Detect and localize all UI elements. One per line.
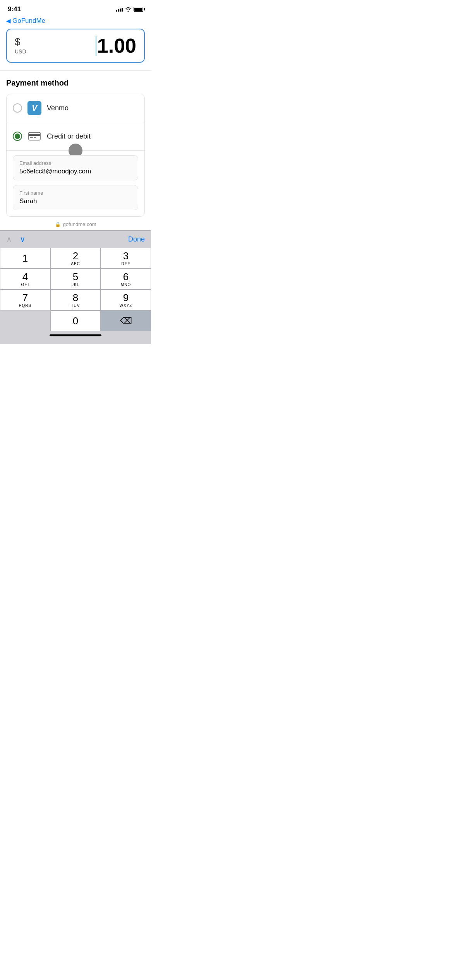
key-9-letters: WXYZ <box>120 303 132 308</box>
amount-value: 1.00 <box>96 36 136 56</box>
venmo-v-icon: V <box>32 104 38 112</box>
key-6-number: 6 <box>123 272 129 282</box>
currency-label: $ USD <box>15 37 26 55</box>
dollar-sign: $ <box>15 37 20 47</box>
venmo-logo-icon: V <box>27 101 41 115</box>
key-empty <box>0 310 50 331</box>
key-6[interactable]: 6 MNO <box>101 269 151 290</box>
key-2-letters: ABC <box>71 262 80 266</box>
nav-arrows: ∧ ∨ <box>6 235 26 244</box>
status-time: 9:41 <box>8 5 21 13</box>
back-link[interactable]: ◀ GoFundMe <box>6 17 145 25</box>
key-0-number: 0 <box>73 316 78 326</box>
divider <box>0 70 151 71</box>
key-3-number: 3 <box>123 251 129 261</box>
key-2-number: 2 <box>73 251 78 261</box>
wifi-icon <box>125 7 131 12</box>
done-button[interactable]: Done <box>128 235 145 243</box>
battery-icon <box>134 7 143 12</box>
home-bar <box>50 334 101 336</box>
venmo-label: Venmo <box>47 104 69 112</box>
key-0[interactable]: 0 <box>50 310 101 331</box>
first-name-field-label: First name <box>19 190 132 196</box>
first-name-field[interactable]: First name Sarah <box>13 185 138 210</box>
back-arrow-icon: ◀ <box>6 17 11 24</box>
credit-debit-option: Credit or debit Email address 5c6efcc8@m… <box>7 122 144 216</box>
key-4-number: 4 <box>22 272 28 282</box>
key-7-letters: PQRS <box>19 303 31 308</box>
lock-icon: 🔒 <box>55 222 61 227</box>
keyboard: 1 2 ABC 3 DEF 4 GHI 5 JKL 6 MNO 7 PQRS 8… <box>0 248 151 331</box>
email-field-value: 5c6efcc8@moodjoy.com <box>19 168 132 175</box>
key-8[interactable]: 8 TUV <box>50 290 101 310</box>
text-cursor <box>96 36 96 56</box>
svg-rect-0 <box>29 132 40 140</box>
signal-bars-icon <box>116 7 123 12</box>
venmo-option[interactable]: V Venmo <box>7 94 144 122</box>
email-field-label: Email address <box>19 160 132 166</box>
svg-rect-3 <box>34 137 36 138</box>
payment-options-card: V Venmo Credit or debit <box>6 94 145 217</box>
keyboard-toolbar: ∧ ∨ Done <box>0 230 151 248</box>
svg-rect-2 <box>30 137 33 138</box>
amount-number: 1.00 <box>97 36 136 56</box>
credit-debit-radio[interactable] <box>13 132 22 141</box>
key-5-number: 5 <box>73 272 78 282</box>
key-6-letters: MNO <box>121 283 131 287</box>
key-7[interactable]: 7 PQRS <box>0 290 50 310</box>
amount-input-field[interactable]: $ USD 1.00 <box>6 29 145 63</box>
status-bar: 9:41 <box>0 0 151 15</box>
credit-card-icon <box>27 129 41 143</box>
payment-method-section: Payment method V Venmo <box>0 79 151 230</box>
key-1[interactable]: 1 <box>0 248 50 269</box>
key-1-number: 1 <box>22 253 28 263</box>
key-8-number: 8 <box>73 293 78 303</box>
delete-key[interactable]: ⌫ <box>101 310 151 331</box>
key-5[interactable]: 5 JKL <box>50 269 101 290</box>
email-field[interactable]: Email address 5c6efcc8@moodjoy.com <box>13 155 138 180</box>
key-2[interactable]: 2 ABC <box>50 248 101 269</box>
currency-code: USD <box>15 48 26 55</box>
credit-debit-label: Credit or debit <box>47 132 91 140</box>
back-label: GoFundMe <box>12 17 45 25</box>
key-9-number: 9 <box>123 293 129 303</box>
svg-rect-1 <box>29 134 40 136</box>
key-9[interactable]: 9 WXYZ <box>101 290 151 310</box>
key-8-letters: TUV <box>71 303 80 308</box>
venmo-radio[interactable] <box>13 103 22 113</box>
key-3[interactable]: 3 DEF <box>101 248 151 269</box>
payment-method-title: Payment method <box>6 79 145 87</box>
down-arrow-button[interactable]: ∨ <box>20 235 26 244</box>
up-arrow-button[interactable]: ∧ <box>6 235 12 244</box>
domain-name: gofundme.com <box>63 221 96 227</box>
home-indicator-area <box>0 331 151 344</box>
key-3-letters: DEF <box>122 262 130 266</box>
delete-icon: ⌫ <box>120 316 132 326</box>
key-5-letters: JKL <box>72 283 79 287</box>
key-7-number: 7 <box>22 293 28 303</box>
key-4-letters: GHI <box>21 283 29 287</box>
first-name-field-value: Sarah <box>19 197 132 205</box>
credit-fields-container: Email address 5c6efcc8@moodjoy.com First… <box>7 151 144 216</box>
domain-footer: 🔒 gofundme.com <box>6 217 145 230</box>
status-icons <box>116 7 143 12</box>
key-4[interactable]: 4 GHI <box>0 269 50 290</box>
back-navigation[interactable]: ◀ GoFundMe <box>0 15 151 29</box>
radio-selected-indicator <box>15 134 20 139</box>
